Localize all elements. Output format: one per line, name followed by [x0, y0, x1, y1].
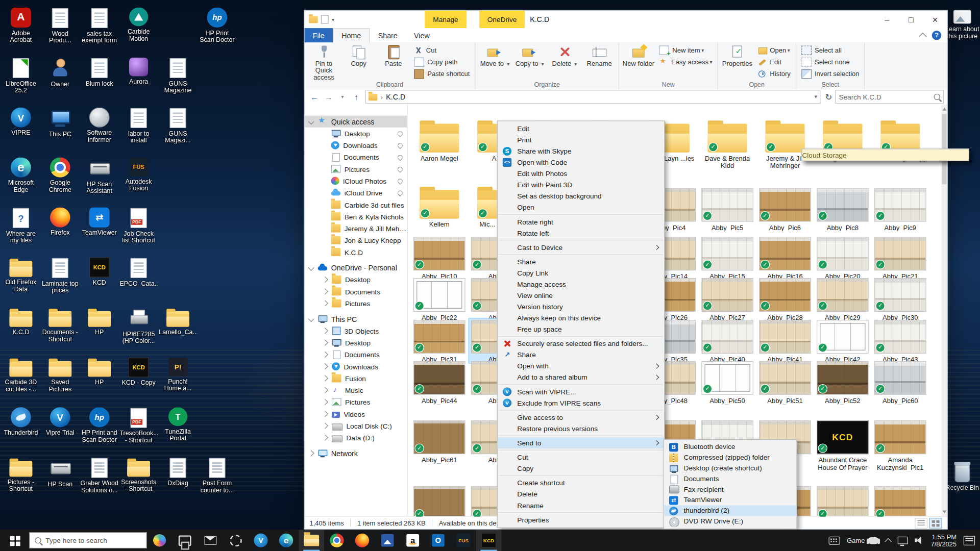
nav-item-local-disk-c[interactable]: Local Disk (C:) [305, 420, 407, 432]
refresh-icon[interactable] [822, 92, 835, 102]
clock[interactable]: 1:55 PM 7/8/2025 [930, 533, 957, 547]
file-item-abby-pic6[interactable]: ✓Abby_Pic6 [757, 187, 813, 231]
desktop-icon-hp-print-scan-doctor-dow[interactable]: HP Print Scan Doctor Dow... [198, 8, 236, 44]
menu-item-give-access-to[interactable]: Give access to [498, 412, 664, 423]
chevron-icon[interactable] [322, 277, 328, 283]
nav-item-k-c-d[interactable]: K.C.D [305, 246, 407, 258]
chevron-icon[interactable] [308, 265, 314, 271]
file-item-abby-pic40[interactable]: ✓Abby_Pic40 [700, 318, 755, 363]
desktop-icon-vipre-trial[interactable]: Vipre Trial [41, 407, 79, 436]
taskbar-app-fusion[interactable] [451, 530, 476, 551]
file-item-abby-pic41[interactable]: ✓Abby_Pic41 [757, 318, 813, 363]
desktop-icon-google-chrome[interactable]: Google Chrome [41, 158, 79, 193]
nav-item-downloads[interactable]: Downloads [305, 139, 407, 151]
desktop-icon-hp[interactable]: HP [81, 307, 118, 335]
desktop-icon-k-c-d[interactable]: K.C.D [2, 307, 40, 335]
menu-item-copy-link[interactable]: Copy Link [498, 267, 664, 279]
minimize-button[interactable] [875, 11, 899, 28]
menu-item-share[interactable]: Share [498, 349, 664, 360]
file-item-aaron-megel[interactable]: ✓Aaron Megel [411, 120, 467, 162]
tab-view[interactable]: View [406, 28, 438, 42]
ribbon-button-easy-access[interactable]: Easy access ▾ [657, 57, 715, 67]
file-item-abby-pic30[interactable]: ✓Abby_Pic30 [872, 277, 928, 321]
file-item-abby-pic15[interactable]: ✓Abby_Pic15 [700, 236, 755, 280]
desktop-icon-owner[interactable]: Owner [41, 58, 79, 88]
menu-item-always-keep-on-this-device[interactable]: Always keep on this device [498, 312, 664, 323]
chevron-icon[interactable] [322, 375, 328, 381]
scroll-up-icon[interactable] [942, 108, 946, 111]
desktop-icon-sales-tax-exempt-form[interactable]: sales tax exempt form [81, 8, 118, 44]
desktop-icon-documents-shortcut[interactable]: Documents - Shortcut [41, 307, 79, 342]
menu-item-edit-with-paint-3d[interactable]: Edit with Paint 3D [498, 179, 664, 190]
menu-item-share[interactable]: Share [498, 256, 664, 267]
desktop-icon-hp-scan-assistant[interactable]: HP Scan Assistant [81, 158, 118, 194]
ribbon-button-paste[interactable]: Paste [376, 43, 411, 81]
desktop-icon-wood-produ[interactable]: Wood Produ... [41, 8, 79, 44]
ribbon-button-select-none[interactable]: Select none [799, 57, 861, 67]
file-item-abby-pic61[interactable]: ✓Abby_Pic61 [411, 419, 467, 464]
taskbar-app-task-view[interactable] [172, 530, 198, 551]
desktop-icon-blum-lock[interactable]: Blum lock [81, 58, 118, 87]
desktop-icon-guns-magazine-r[interactable]: GUNS Magazine R... [159, 58, 197, 94]
help-icon[interactable] [932, 31, 942, 40]
nav-item-pictures[interactable]: Pictures [305, 396, 407, 408]
chevron-icon[interactable] [322, 352, 328, 358]
file-item-abby-pic60[interactable]: ✓Abby_Pic60 [872, 360, 928, 404]
tab-home[interactable]: Home [333, 28, 370, 42]
send-to-item-thunderbird-2[interactable]: thunderbird (2) [664, 506, 796, 516]
desktop-icon-microsoft-edge[interactable]: Microsoft Edge [2, 158, 40, 193]
recent-locations-icon[interactable] [335, 91, 349, 103]
desktop-icon-guns-magazi[interactable]: GUNS Magazi... [159, 108, 197, 144]
breadcrumb[interactable]: K.C.D [365, 90, 821, 104]
taskbar-app-mail[interactable] [198, 530, 223, 551]
collapse-ribbon-icon[interactable] [919, 33, 927, 41]
nav-item-icloud-photos[interactable]: iCloud Photos [305, 175, 407, 187]
menu-item-rotate-right[interactable]: Rotate right [498, 216, 664, 228]
menu-item-manage-access[interactable]: Manage access [498, 279, 664, 290]
ribbon-button-cut[interactable]: Cut [412, 45, 472, 55]
file-item-abby-pic16[interactable]: ✓Abby_Pic16 [757, 236, 813, 280]
chevron-icon[interactable] [322, 399, 328, 405]
touch-keyboard-icon[interactable] [828, 536, 840, 544]
ribbon-button-rename[interactable]: Rename [582, 43, 617, 81]
send-to-item-fax-recipient[interactable]: Fax recipient [664, 484, 796, 495]
desktop-icon-where-are-my-files[interactable]: Where are my files [2, 208, 40, 244]
taskbar-app-settings[interactable] [223, 530, 249, 551]
nav-item-carbide-3d-cut-files[interactable]: Carbide 3d cut files [305, 198, 407, 210]
file-item-abby-pic21[interactable]: ✓Abby_Pic21 [872, 236, 928, 280]
desktop-icon-teamviewer[interactable]: TeamViewer [81, 208, 118, 236]
menu-item-print[interactable]: Print [498, 134, 664, 145]
desktop-icon-carbide-3d-cut-files[interactable]: Carbide 3D cut files -... [2, 357, 40, 392]
menu-item-add-to-a-shared-album[interactable]: Add to a shared album [498, 372, 664, 383]
menu-item-view-online[interactable]: View online [498, 290, 664, 301]
file-item-abundant-grace-house-of-prayer[interactable]: KCD✓Abundant Grace House Of Prayer [815, 419, 870, 471]
desktop-icon-thunderbird[interactable]: Thunderbird [2, 407, 40, 436]
ribbon-button-copy[interactable]: Copy [341, 43, 376, 81]
file-item-abby-pic28[interactable]: ✓Abby_Pic28 [757, 277, 813, 321]
ribbon-button-delete[interactable]: Delete ▾ [547, 43, 582, 81]
file-item-abby-pic8[interactable]: ✓Abby_Pic8 [815, 187, 870, 231]
chevron-icon[interactable] [322, 288, 328, 294]
desktop-icon-job-check-list-shortcut[interactable]: Job Check list Shortcut [119, 208, 157, 244]
menu-item-restore-previous-versions[interactable]: Restore previous versions [498, 423, 664, 434]
desktop-icon-old-firefox-data[interactable]: Old Firefox Data [2, 257, 40, 292]
menu-item-rename[interactable]: Rename [498, 500, 664, 511]
taskbar-app-file-explorer[interactable] [299, 530, 324, 551]
network-icon[interactable] [898, 537, 908, 544]
ribbon-button-copy-path[interactable]: Copy path [412, 57, 472, 67]
nav-item-desktop[interactable]: Desktop [305, 337, 407, 348]
ribbon-button-pin-to-quick-access[interactable]: Pin to Quick access [306, 43, 341, 81]
chevron-icon[interactable] [322, 328, 328, 334]
desktop-icon-kcd-copy[interactable]: KCD - Copy [119, 357, 157, 386]
ribbon-button-open[interactable]: Open ▾ [756, 45, 793, 55]
desktop-icon-firefox[interactable]: Firefox [41, 208, 79, 236]
nav-section-network[interactable]: Network [305, 447, 407, 459]
ribbon-button-new-item[interactable]: New item ▾ [657, 45, 715, 55]
file-item[interactable]: ✓ [815, 485, 870, 516]
desktop-icon-hpi6e7285-hp-color[interactable]: HPI6E7285 (HP Color... [119, 307, 157, 344]
file-item-abby-pic43[interactable]: ✓Abby_Pic43 [872, 318, 928, 363]
chevron-icon[interactable] [322, 435, 328, 441]
file-item-abby-pic31[interactable]: ✓Abby_Pic31 [411, 318, 467, 363]
nav-section-this-pc[interactable]: This PC [305, 313, 407, 324]
nav-item-ben-kyla-nichols[interactable]: Ben & Kyla Nichols [305, 211, 407, 222]
